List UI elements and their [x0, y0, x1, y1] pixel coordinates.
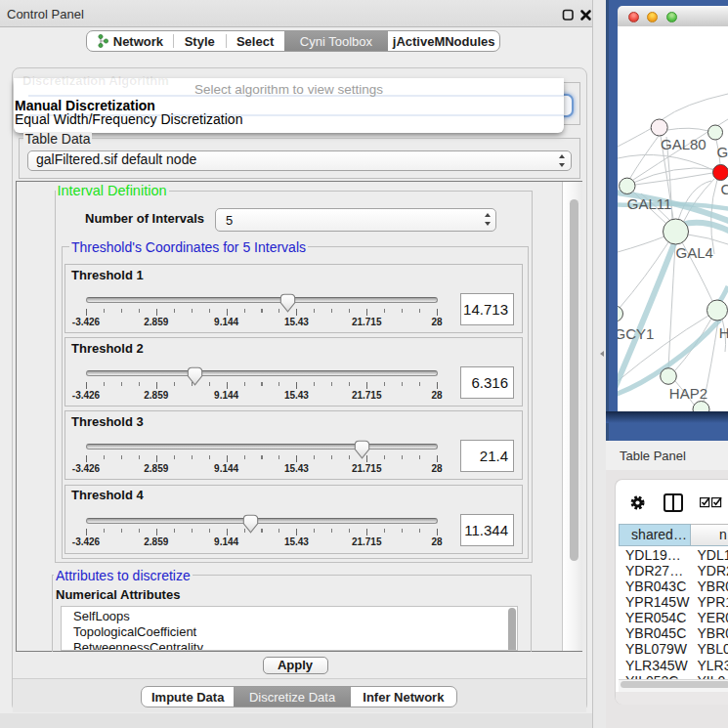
svg-text:GAL: GAL [717, 144, 728, 160]
svg-text:GCY1: GCY1 [618, 325, 654, 342]
svg-text:GAL4: GAL4 [676, 244, 713, 261]
svg-text:GAL11: GAL11 [627, 195, 672, 212]
svg-text:HI: HI [719, 324, 728, 341]
svg-text:GAL80: GAL80 [661, 136, 707, 152]
svg-text:HAP2: HAP2 [669, 385, 707, 402]
svg-text:CD: CD [721, 181, 728, 197]
